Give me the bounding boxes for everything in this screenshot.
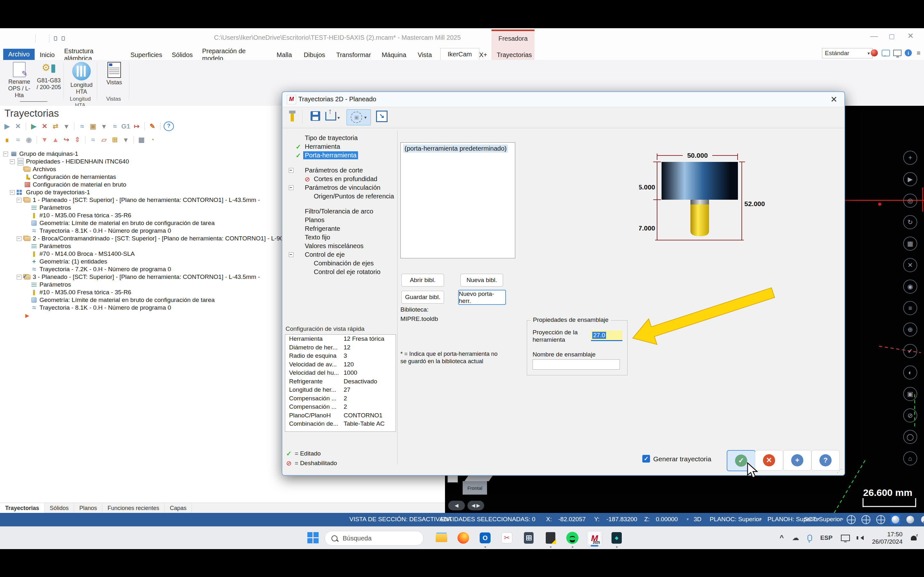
longitud-hta-button[interactable]: Longitud HTA xyxy=(66,62,97,95)
dialog-tree-item[interactable]: Porta-herramienta xyxy=(287,151,396,160)
regenerate-selected-icon[interactable]: ▶ xyxy=(29,122,38,130)
onedrive-icon[interactable]: ☁ xyxy=(792,534,799,542)
chevron-down-icon[interactable]: ▾ xyxy=(687,517,689,522)
minimize-button[interactable]: — xyxy=(870,31,878,40)
ribbon-tab[interactable]: IkerCam xyxy=(440,48,479,60)
dialog-tree-item[interactable]: Planos xyxy=(287,216,396,224)
expand-icon[interactable] xyxy=(289,252,294,257)
tray-expand-icon[interactable]: ^ xyxy=(780,534,784,542)
ribbon-tab[interactable]: Archivo xyxy=(3,49,35,60)
notepad-icon[interactable] xyxy=(543,530,558,546)
snipping-tool-icon[interactable] xyxy=(499,530,515,546)
viewport-rotate-icon[interactable]: ↻ xyxy=(903,215,917,229)
taskbar-search[interactable]: Búsqueda xyxy=(325,531,423,546)
viewport-pan-icon[interactable]: + xyxy=(903,151,917,165)
half-sphere-icon[interactable] xyxy=(920,515,924,524)
ribbon-tab[interactable]: Preparación de modelo xyxy=(201,50,268,60)
style-dropdown[interactable]: Estándar▾ xyxy=(822,48,873,58)
export-icon[interactable] xyxy=(325,112,336,121)
account-icon[interactable] xyxy=(870,49,879,57)
separator[interactable] xyxy=(74,122,74,130)
new-holder-button[interactable]: Nuevo porta-herr. xyxy=(458,290,506,305)
expand-icon[interactable] xyxy=(17,275,21,279)
move-up-icon[interactable]: ▲ xyxy=(51,136,60,143)
ribbon-tab[interactable]: Superficies xyxy=(128,50,164,60)
ribbon-tab[interactable]: Dibujos xyxy=(300,50,328,60)
ghost-operations-icon[interactable]: ◉ xyxy=(24,136,33,143)
collapse-dialog-icon[interactable]: ↘ xyxy=(376,111,388,122)
separator[interactable] xyxy=(85,136,86,143)
dropdown-icon[interactable]: ▾ xyxy=(62,122,71,130)
menu-icon[interactable]: ≡ xyxy=(914,49,923,57)
toggle-toolpath-display-icon[interactable]: ≈ xyxy=(13,136,23,143)
microphone-icon[interactable] xyxy=(808,535,812,541)
assembly-name-input[interactable] xyxy=(533,359,620,370)
dialog-tree-item[interactable]: Combinación de ejes xyxy=(296,259,396,268)
section-prev-button[interactable]: ◀ xyxy=(448,501,465,510)
viewport-axes-icon[interactable]: ⊕ xyxy=(903,322,917,337)
expand-icon[interactable] xyxy=(10,159,15,164)
dialog-close-icon[interactable]: ✕ xyxy=(830,95,837,105)
help-button[interactable]: ? xyxy=(811,450,840,471)
gnomon[interactable]: Frontal xyxy=(463,474,491,495)
tool-display-icon[interactable] xyxy=(291,111,294,121)
ribbon-tab[interactable]: Estructura alámbrica xyxy=(63,50,123,60)
viewport-center-icon[interactable]: ◉ xyxy=(903,279,917,293)
separator[interactable] xyxy=(144,122,145,130)
dialog-tree-item[interactable]: Parámetros de corte xyxy=(287,166,396,175)
dialog-tree-item[interactable]: Refrigerante xyxy=(287,224,396,233)
dialog-tree-item[interactable]: Control de eje xyxy=(287,250,396,259)
scroll-insert-icon[interactable]: ⇕ xyxy=(73,136,82,143)
info-icon[interactable]: i xyxy=(904,49,913,57)
simulator-icon[interactable]: ≈ xyxy=(110,122,120,130)
sphere-icon[interactable] xyxy=(905,515,915,524)
new-library-button[interactable]: Nueva bibl. xyxy=(460,274,503,287)
dropdown-icon[interactable]: ▾ xyxy=(121,136,130,143)
wireframe-globe-icon[interactable] xyxy=(846,515,856,524)
regenerate-dirty-icon[interactable]: ⇄ xyxy=(51,122,60,130)
chevron-down-icon[interactable]: ▾ xyxy=(338,115,340,120)
clear-selection-icon[interactable]: ✕ xyxy=(13,122,23,130)
spotify-icon[interactable] xyxy=(565,530,580,546)
vistas-button[interactable]: Vistas xyxy=(99,62,129,86)
panel-tab[interactable]: Funciones recientes xyxy=(102,503,165,513)
holder-listbox[interactable]: (porta-herramienta predeterminado) xyxy=(401,142,515,258)
hidden-globe-icon[interactable] xyxy=(861,515,871,524)
expand-icon[interactable] xyxy=(289,185,294,190)
chevron-down-icon[interactable]: ▾ xyxy=(841,517,843,522)
ribbon-tab[interactable]: Máquina xyxy=(379,50,409,60)
expand-icon[interactable] xyxy=(289,168,294,173)
trim-toolpath-icon[interactable]: ≈ xyxy=(89,136,97,143)
separator[interactable] xyxy=(35,34,36,43)
dropdown-icon[interactable]: ▾ xyxy=(99,122,108,130)
panel-tab[interactable]: Trayectorias xyxy=(0,503,45,513)
move-insert-arrow-icon[interactable]: ↪ xyxy=(62,136,71,143)
dialog-tree-item[interactable]: Herramienta xyxy=(287,142,396,151)
select-all-operations-icon[interactable]: ▶ xyxy=(3,122,11,130)
dialog-tree-item[interactable]: Valores misceláneos xyxy=(287,242,396,250)
view-mode-button[interactable]: ▣ ▾ xyxy=(347,109,371,125)
notification-bell-icon[interactable] xyxy=(911,536,917,540)
viewport-shade-icon[interactable]: ◐ xyxy=(903,366,917,380)
verify-icon[interactable]: ▣ xyxy=(89,122,97,130)
half-globe-icon[interactable] xyxy=(876,515,885,524)
display-settings-icon[interactable] xyxy=(893,49,901,57)
ribbon-tab[interactable]: X+ xyxy=(475,50,491,60)
ribbon-tab[interactable]: Transformar xyxy=(334,50,373,60)
separator[interactable] xyxy=(160,122,160,130)
save-parameters-icon[interactable] xyxy=(310,111,320,121)
doc-tl-icon[interactable] xyxy=(61,36,65,41)
expand-icon[interactable] xyxy=(17,236,21,241)
expand-icon[interactable] xyxy=(3,152,8,156)
panel-tab[interactable]: Planos xyxy=(74,503,102,513)
highfeed-icon[interactable]: ✎ xyxy=(148,122,157,130)
viewport-disable-icon[interactable]: ⊘ xyxy=(903,408,917,422)
panel-tab[interactable]: Sólidos xyxy=(45,503,74,513)
display-icon[interactable] xyxy=(841,535,850,541)
code-app-icon[interactable] xyxy=(609,530,624,546)
language-indicator[interactable]: ESP xyxy=(821,534,833,542)
volume-icon[interactable] xyxy=(858,536,864,540)
add-operation-button[interactable]: + xyxy=(783,450,811,471)
ribbon-tab[interactable]: Vista xyxy=(414,50,436,60)
doc-ol-icon[interactable] xyxy=(54,36,57,41)
